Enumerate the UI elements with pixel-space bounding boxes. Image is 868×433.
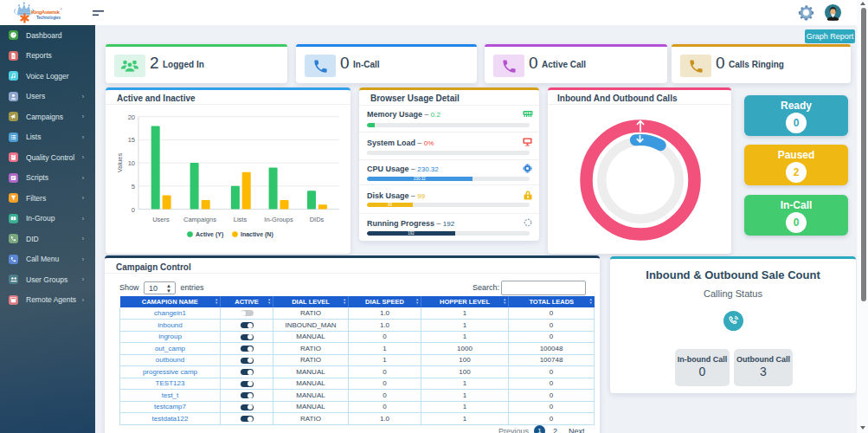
svg-text:DIDs: DIDs: [310, 216, 325, 223]
svg-text:Users: Users: [152, 216, 170, 223]
svg-text:Inactive (N): Inactive (N): [241, 231, 273, 238]
svg-text:Technologies: Technologies: [36, 16, 61, 20]
svg-text:®: ®: [61, 8, 63, 11]
svg-text:KingAsterisk: KingAsterisk: [31, 9, 61, 15]
svg-text:10: 10: [128, 159, 135, 167]
svg-text:Lists: Lists: [234, 216, 248, 223]
svg-text:Campaigns: Campaigns: [183, 216, 216, 223]
svg-text:Values: Values: [116, 153, 124, 173]
svg-text:0: 0: [132, 206, 135, 214]
svg-text:5: 5: [132, 183, 135, 191]
svg-text:15: 15: [128, 136, 135, 144]
svg-text:In-Groups: In-Groups: [264, 216, 293, 223]
svg-text:Active (Y): Active (Y): [196, 231, 223, 238]
svg-text:20: 20: [128, 113, 135, 121]
